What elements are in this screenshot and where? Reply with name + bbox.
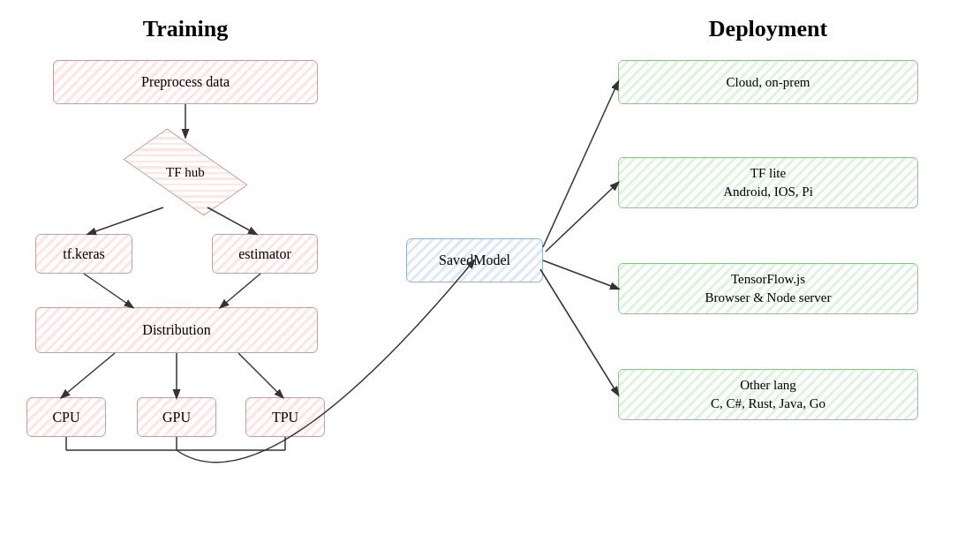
deployment-title: Deployment: [600, 16, 936, 42]
svg-line-3: [84, 274, 132, 307]
svg-line-2: [207, 207, 256, 234]
otherlang-box: Other lang C, C#, Rust, Java, Go: [618, 369, 918, 420]
preprocess-box: Preprocess data: [53, 60, 318, 104]
tpu-box: TPU: [245, 397, 325, 437]
otherlang-line2: C, C#, Rust, Java, Go: [711, 395, 825, 413]
tfjs-line2: Browser & Node server: [705, 289, 832, 307]
diagram-container: Training Deployment Preprocess data TF h…: [0, 0, 980, 557]
tfjs-box: TensorFlow.js Browser & Node server: [618, 263, 918, 314]
svg-line-15: [540, 269, 618, 395]
svg-line-4: [221, 274, 260, 307]
savedmodel-box: SavedModel: [406, 238, 543, 282]
svg-line-7: [238, 353, 283, 397]
tfhub-label: TF hub: [166, 165, 205, 180]
distribution-box: Distribution: [35, 307, 318, 353]
svg-line-13: [546, 183, 618, 252]
cloud-box: Cloud, on-prem: [618, 60, 918, 104]
svg-line-1: [88, 207, 163, 234]
tflite-box: TF lite Android, IOS, Pi: [618, 157, 918, 208]
tfhub-diamond-container: TF hub: [124, 137, 247, 207]
svg-line-5: [62, 353, 115, 397]
tfjs-line1: TensorFlow.js: [705, 270, 832, 289]
svg-line-14: [543, 260, 618, 289]
tflite-line2: Android, IOS, Pi: [723, 183, 813, 201]
svg-line-12: [543, 82, 618, 247]
tfkeras-box: tf.keras: [35, 234, 132, 274]
tflite-line1: TF lite: [723, 164, 813, 183]
training-title: Training: [35, 16, 335, 42]
cpu-box: CPU: [26, 397, 106, 437]
otherlang-line1: Other lang: [711, 376, 825, 395]
gpu-box: GPU: [137, 397, 216, 437]
estimator-box: estimator: [212, 234, 318, 274]
